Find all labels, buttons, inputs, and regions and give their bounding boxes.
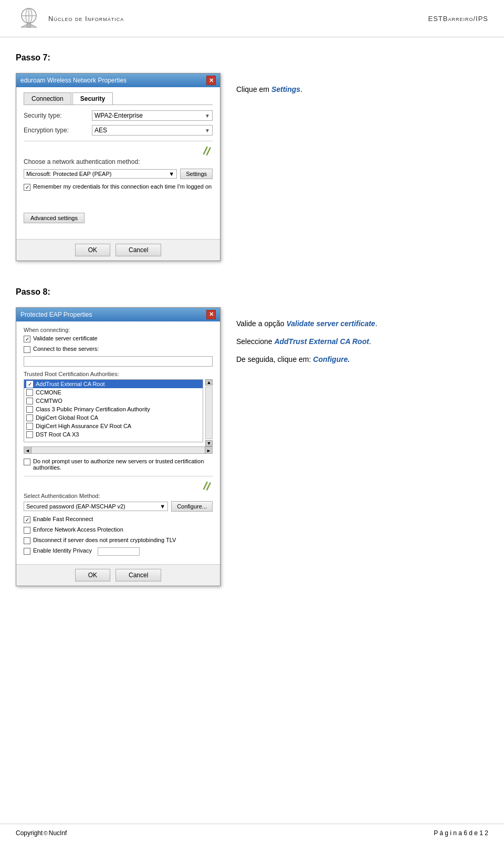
step7-close-button[interactable]: ✕ [206,76,216,85]
ca-ccmtwo-checkbox[interactable] [26,398,33,404]
encryption-type-select[interactable]: AES ▼ [92,125,213,136]
when-connecting-label: When connecting: [24,327,213,333]
encryption-type-row: Encryption type: AES ▼ [24,125,213,136]
step7-body: eduroam Wireless Network Properties ✕ Co… [16,73,488,261]
ca-ccmone-checkbox[interactable] [26,389,33,396]
auth-method-value: Microsoft: Protected EAP (PEAP) [26,171,111,177]
tab-connection[interactable]: Connection [24,92,71,105]
copyright-text: Copyright [16,829,43,837]
ca-addtrust-checkbox[interactable] [26,381,33,388]
step7-ok-button[interactable]: OK [75,244,110,256]
no-prompt-row: Do not prompt user to authorize new serv… [24,458,213,471]
ca-class3-label: Class 3 Public Primary Certification Aut… [36,406,150,412]
ca-item-addtrust[interactable]: AddTrust External CA Root [24,380,203,388]
page-header: Núcleo de Informática ESTBarreiro/IPS [0,0,504,37]
validate-server-checkbox[interactable] [24,336,30,342]
arrow-decoration-2: // [24,482,213,491]
step7-tabs: Connection Security [24,92,213,105]
ca-item-ccmone[interactable]: CCMONE [24,388,203,397]
connect-servers-label: Connect to these servers: [33,346,99,352]
page-footer: Copyright©NucInf P á g i n a 6 d e 1 2 [0,824,504,842]
step8-body: Protected EAP Properties ✕ When connecti… [16,307,488,587]
separator2 [24,476,213,476]
server-input-field[interactable] [24,356,213,367]
disconnect-cryptobinding-row: Disconnect if server does not present cr… [24,537,213,544]
footer-page-info: P á g i n a 6 d e 1 2 [434,829,488,837]
footer-copyright: Copyright©NucInf [16,829,67,837]
enforce-nap-checkbox[interactable] [24,527,30,534]
ca-item-class3[interactable]: Class 3 Public Primary Certification Aut… [24,405,203,413]
step8-title: Passo 8: [16,287,488,297]
ca-item-digicert-ha[interactable]: DigiCert High Assurance EV Root CA [24,422,203,430]
ca-hscrollbar[interactable]: ◄ ► [24,446,213,454]
step8-description: Valide a opção Validate server certifica… [236,307,488,366]
step8-cancel-button[interactable]: Cancel [116,569,161,581]
auth-method-arrow-icon-8: ▼ [160,503,165,510]
ca-ccmone-label: CCMONE [36,389,61,396]
configure-button[interactable]: Configure... [171,501,213,512]
settings-button[interactable]: Settings [180,169,213,179]
step7-highlight: Settings [271,85,300,93]
auth-method-row: Microsoft: Protected EAP (PEAP) ▼ Settin… [24,169,213,179]
remember-credentials-row: Remember my credentials for this connect… [24,183,213,191]
ca-digicert-global-label: DigiCert Global Root CA [36,414,98,421]
security-type-select[interactable]: WPA2-Enterprise ▼ [92,110,213,121]
arrow-decoration-1: // [24,147,213,156]
validate-server-row: Validate server certificate [24,335,213,342]
header-left: Núcleo de Informática [16,5,124,32]
step8-ok-button[interactable]: OK [75,569,110,581]
encryption-type-arrow-icon: ▼ [205,128,210,133]
step8-dialog: Protected EAP Properties ✕ When connecti… [16,307,220,587]
ca-dst-checkbox[interactable] [26,431,33,438]
no-prompt-checkbox[interactable] [24,459,30,465]
step7-section: Passo 7: eduroam Wireless Network Proper… [16,53,488,261]
separator1 [24,141,213,141]
enable-identity-privacy-checkbox[interactable] [24,548,30,555]
enforce-nap-label: Enforce Network Access Protection [33,526,123,533]
step7-title: Passo 7: [16,53,488,63]
step7-dialog-footer: OK Cancel [16,239,220,261]
disconnect-cryptobinding-checkbox[interactable] [24,537,30,544]
ca-item-dst[interactable]: DST Root CA X3 [24,430,203,439]
header-org-name: Núcleo de Informática [48,15,124,23]
ca-item-digicert-global[interactable]: DigiCert Global Root CA [24,413,203,422]
step8-dialog-body: When connecting: Validate server certifi… [16,321,220,565]
copyright-symbol: © [44,830,47,836]
auth-method-select[interactable]: Microsoft: Protected EAP (PEAP) ▼ [24,169,177,179]
ca-class3-checkbox[interactable] [26,406,33,413]
tab-security[interactable]: Security [72,92,113,105]
ca-digicert-global-checkbox[interactable] [26,414,33,421]
step8-desc3: De seguida, clique em: [236,355,313,363]
auth-method-select-8[interactable]: Secured password (EAP-MSCHAP v2) ▼ [24,502,168,511]
auth-method-label-8: Select Authentication Method: [24,493,213,499]
step8-dialog-title: Protected EAP Properties [20,311,92,318]
security-type-value: WPA2-Enterprise [94,112,143,119]
auth-method-label: Choose a network authentication method: [24,158,213,165]
step7-desc-suffix: . [300,85,302,93]
step8-highlight1: Validate server certificate [286,319,375,328]
no-prompt-label: Do not prompt user to authorize new serv… [33,458,213,471]
connect-servers-checkbox[interactable] [24,346,30,353]
auth-method-value-8: Secured password (EAP-MSCHAP v2) [26,503,125,510]
ca-digicert-ha-label: DigiCert High Assurance EV Root CA [36,423,131,429]
advanced-settings-button[interactable]: Advanced settings [24,213,85,223]
enable-identity-privacy-label: Enable Identity Privacy [33,547,92,554]
enable-fast-reconnect-checkbox[interactable] [24,516,30,523]
svg-rect-5 [27,23,30,27]
remember-credentials-checkbox[interactable] [24,184,30,191]
ca-digicert-ha-checkbox[interactable] [26,423,33,430]
arrow-icon-2: // [203,481,211,491]
step7-cancel-button[interactable]: Cancel [116,244,161,256]
ca-dst-label: DST Root CA X3 [36,431,79,438]
step7-dialog-body: Connection Security Security type: WPA2-… [16,87,220,239]
step8-desc1-suffix: . [375,319,377,328]
step8-dialog-footer: OK Cancel [16,564,220,586]
ca-scrollbar[interactable]: ▲ ▼ [205,379,213,446]
header-org-right: ESTBarreiro/IPS [428,15,488,23]
enable-identity-privacy-row: Enable Identity Privacy [24,547,213,556]
step7-dialog: eduroam Wireless Network Properties ✕ Co… [16,73,220,261]
step8-close-button[interactable]: ✕ [206,310,216,319]
identity-privacy-input[interactable] [98,547,140,556]
main-content: Passo 7: eduroam Wireless Network Proper… [0,37,504,644]
ca-item-ccmtwo[interactable]: CCMTWO [24,397,203,405]
